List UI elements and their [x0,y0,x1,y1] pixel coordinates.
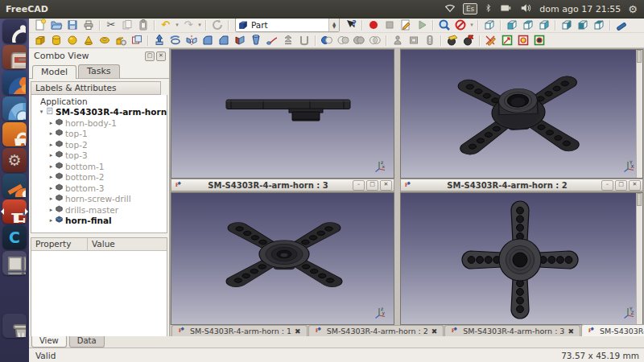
volume-icon[interactable] [519,2,532,16]
tree-item-top-1[interactable]: ▸top-1 [31,129,167,140]
bluetooth-icon[interactable] [485,2,493,16]
expand-arrow-icon[interactable]: ▸ [47,120,55,126]
launcher-item-firefox[interactable] [2,71,27,95]
view-right-icon[interactable] [536,18,552,32]
view-rear-icon[interactable] [559,18,575,32]
launcher-item-trash[interactable] [2,314,27,338]
paste-icon[interactable] [135,18,151,32]
part-common-icon[interactable] [367,33,383,47]
view-tab-1[interactable]: FSM-S4303R-4-arm-horn : 1✖ [171,325,308,336]
new-icon[interactable] [32,18,48,32]
scrollbar-thumb[interactable] [637,50,642,63]
part-projection-a-icon[interactable] [499,33,515,47]
dropdown-arrow-icon[interactable]: ▾ [174,22,180,28]
view-left-icon[interactable] [591,18,607,32]
launcher-item-cura[interactable]: C [2,225,27,249]
part-boolean-icon[interactable] [319,33,335,47]
part-shapebuilder-icon[interactable] [113,33,129,47]
cut-icon[interactable]: ✂ [103,18,119,32]
tree-item-horn-screw-drill[interactable]: ▸horn-screw-drill [31,194,167,205]
open-icon[interactable] [48,18,64,32]
launcher-item-files[interactable] [2,45,27,69]
view-tab-2[interactable]: FSM-S4303R-4-arm-horn : 2✖ [308,325,444,336]
part-cross-sections-icon[interactable] [460,33,477,47]
tree-item-bottom-3[interactable]: ▸bottom-3 [31,183,167,194]
part-chamfer-icon[interactable] [216,33,232,47]
part-mirror-icon[interactable] [184,33,200,47]
child-window-titlebar-3[interactable]: FSM-S4303R-4-arm-horn : 3–□✕ [171,179,394,191]
part-sphere-icon[interactable] [64,33,80,47]
undo-icon[interactable]: ↶ [158,18,174,32]
expand-arrow-icon[interactable]: ▸ [47,207,55,213]
window-close-button[interactable]: ✕ [380,180,392,191]
view-tab-3[interactable]: FSM-S4303R-4-arm-horn : 3✖ [444,325,580,336]
viewport-scrollbar[interactable] [636,50,642,178]
part-revolve-icon[interactable] [167,33,184,47]
launcher-item-dash-home[interactable] [2,19,27,43]
part-compound-icon[interactable] [129,33,145,47]
tree-item-top-3[interactable]: ▸top-3 [31,150,167,162]
tree-item-top-2[interactable]: ▸top-2 [31,139,167,150]
window-restore-button[interactable]: □ [366,180,378,191]
view-axonometric-icon[interactable] [481,18,497,32]
part-projection-c-icon[interactable] [531,33,547,47]
window-minimize-button[interactable]: – [353,180,365,191]
whatsthis-icon[interactable]: ? [343,18,359,32]
copy-icon[interactable] [119,18,135,32]
launcher-item-system-settings[interactable]: ⚙ [2,148,27,172]
scrollbar-thumb[interactable] [637,193,642,206]
network-icon[interactable] [444,2,456,16]
expand-arrow-icon[interactable]: ▸ [47,163,55,170]
window-close-button[interactable]: ✕ [629,180,641,191]
view-front-icon[interactable] [504,18,520,32]
expand-arrow-icon[interactable]: ▸ [47,217,55,224]
macro-stop-icon[interactable] [382,18,398,32]
part-defeaturing-icon[interactable] [406,33,422,47]
save-icon[interactable] [64,18,80,32]
part-section-icon[interactable] [444,33,460,47]
print-icon[interactable] [80,18,97,32]
launcher-item-software-center[interactable]: A [2,122,27,146]
combo-view-tab-model[interactable]: Model [32,65,76,79]
child-window-titlebar-2[interactable]: FSM-S4303R-4-arm-horn : 2–□✕ [400,179,643,191]
panel-bottom-tab-data[interactable]: Data [69,336,105,348]
launcher-item-freecad[interactable]: F [2,200,27,224]
launcher-item-chromium[interactable] [2,97,27,121]
tab-close-icon[interactable]: ✖ [568,327,574,335]
dock-float-icon[interactable]: ▢ [145,51,155,61]
view-fit-all-icon[interactable] [436,18,452,32]
viewport-top-right[interactable]: YX [400,49,643,179]
launcher-item-blender[interactable] [2,174,27,198]
tree-document[interactable]: ▾SM-S4303R-4-arm-horn [31,107,167,118]
battery-icon[interactable] [500,2,512,16]
clock[interactable]: dom ago 17 21:55 [539,4,621,14]
expand-arrow-icon[interactable]: ▸ [47,174,55,180]
tab-close-icon[interactable]: ✖ [431,327,438,335]
expand-arrow-icon[interactable]: ▸ [47,142,55,148]
viewport-bottom-right[interactable]: YZ [400,192,643,325]
view-top-icon[interactable] [520,18,536,32]
labels-attributes-header[interactable]: Labels & Attributes [31,81,161,95]
part-union-icon[interactable] [351,33,367,47]
part-cylinder-icon[interactable] [48,33,64,47]
part-torus-icon[interactable] [97,33,113,47]
part-ruled-surface-icon[interactable] [232,33,248,47]
part-offset-icon[interactable] [280,33,296,47]
part-check-geometry-icon[interactable] [390,33,406,47]
redo-icon[interactable]: ↷ [180,18,196,32]
window-minimize-button[interactable]: – [601,180,613,191]
draw-style-icon[interactable] [452,18,469,32]
tab-close-icon[interactable]: ✖ [295,327,301,335]
measure-linear-icon[interactable] [613,18,630,32]
tree-item-horn-final[interactable]: ▸horn-final [31,216,167,227]
launcher-item-workspace-switcher[interactable] [2,251,27,275]
part-extrude-icon[interactable] [151,33,167,47]
workbench-selector-spinner[interactable]: ▲▼ [328,19,339,31]
part-shape-from-2d-icon[interactable] [483,33,499,47]
part-cone-icon[interactable] [80,33,97,47]
expand-arrow-icon[interactable]: ▸ [47,195,55,202]
view-bottom-icon[interactable] [575,18,591,32]
property-column-property[interactable]: Property [31,238,88,250]
part-box-icon[interactable] [32,33,48,47]
property-column-value[interactable]: Value [88,238,119,250]
